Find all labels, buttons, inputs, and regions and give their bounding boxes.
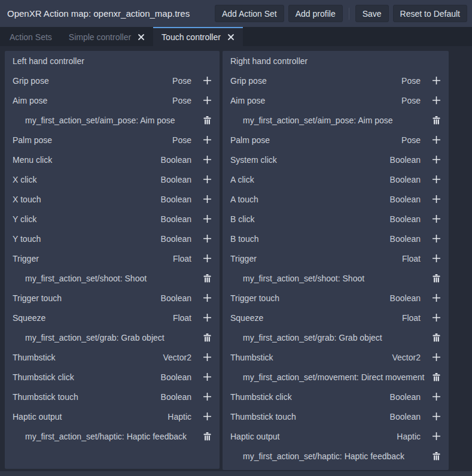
action-row: Haptic output Haptic — [5, 407, 220, 426]
input-path-label: A touch — [230, 195, 390, 204]
input-path-label: Thumbstick click — [13, 372, 161, 382]
action-row: Grip pose Pose — [223, 71, 449, 90]
input-type-label: Boolean — [390, 293, 421, 303]
remove-binding-button[interactable] — [430, 272, 443, 285]
binding-label: my_first_action_set/aim_pose: Aim pose — [13, 116, 200, 125]
add-binding-button[interactable] — [430, 311, 443, 325]
input-path-label: X click — [13, 175, 161, 184]
input-type-label: Haptic — [397, 432, 421, 441]
add-binding-button[interactable] — [430, 252, 443, 265]
binding-row: my_first_action_set/grab: Grab object — [5, 328, 220, 347]
tab-label: Simple controller — [69, 32, 131, 42]
plus-icon — [203, 195, 211, 203]
remove-binding-button[interactable] — [200, 272, 214, 285]
add-binding-button[interactable] — [200, 410, 214, 423]
action-row: Squeeze Float — [223, 308, 449, 328]
action-row: Y click Boolean — [5, 209, 220, 229]
add-binding-button[interactable] — [200, 173, 214, 186]
action-row: B touch Boolean — [223, 229, 449, 248]
plus-icon — [433, 77, 440, 84]
add-binding-button[interactable] — [200, 134, 214, 147]
add-binding-button[interactable] — [200, 390, 214, 404]
input-path-label: Grip pose — [13, 76, 172, 86]
action-row: Thumbstick click Boolean — [5, 367, 220, 387]
add-binding-button[interactable] — [200, 252, 214, 265]
input-path-label: Thumbstick — [13, 353, 163, 362]
close-icon[interactable] — [138, 34, 145, 41]
save-button[interactable]: Save — [355, 5, 389, 22]
add-binding-button[interactable] — [200, 213, 214, 226]
input-type-label: Boolean — [161, 155, 191, 165]
action-row: Aim pose Pose — [223, 90, 449, 110]
plus-icon — [203, 156, 211, 163]
plus-icon — [433, 294, 440, 302]
close-icon[interactable] — [227, 34, 235, 41]
binding-row: my_first_action_set/grab: Grab object — [223, 328, 449, 347]
add-binding-button[interactable] — [430, 173, 443, 186]
input-type-label: Float — [173, 254, 191, 263]
add-binding-button[interactable] — [200, 74, 214, 87]
input-type-label: Boolean — [390, 234, 421, 244]
input-path-label: A click — [230, 175, 390, 184]
input-type-label: Boolean — [161, 234, 191, 244]
input-path-label: Grip pose — [230, 76, 401, 86]
add-binding-button[interactable] — [430, 390, 443, 404]
tab-action-sets[interactable]: Action Sets — [1, 27, 60, 46]
action-row: System click Boolean — [223, 150, 449, 169]
action-row: X click Boolean — [5, 169, 220, 189]
add-binding-button[interactable] — [200, 232, 214, 245]
add-binding-button[interactable] — [200, 311, 214, 325]
remove-binding-button[interactable] — [430, 450, 443, 463]
add-profile-button[interactable]: Add profile — [288, 5, 343, 22]
reset-to-default-button[interactable]: Reset to Default — [393, 5, 467, 22]
plus-icon — [433, 314, 440, 322]
add-binding-button[interactable] — [200, 351, 214, 364]
remove-binding-button[interactable] — [200, 114, 214, 127]
plus-icon — [203, 314, 211, 322]
panel-header: Right hand controller — [223, 51, 449, 71]
input-path-label: Trigger touch — [230, 293, 390, 303]
input-path-label: Aim pose — [230, 96, 401, 105]
plus-icon — [203, 136, 211, 144]
remove-binding-button[interactable] — [430, 114, 443, 127]
add-binding-button[interactable] — [200, 292, 214, 305]
add-binding-button[interactable] — [200, 371, 214, 384]
plus-icon — [433, 136, 440, 144]
add-binding-button[interactable] — [430, 74, 443, 87]
binding-label: my_first_action_set/shoot: Shoot — [230, 274, 430, 283]
add-action-set-button[interactable]: Add Action Set — [215, 5, 284, 22]
add-binding-button[interactable] — [200, 153, 214, 166]
action-row: B click Boolean — [223, 209, 449, 229]
add-binding-button[interactable] — [430, 153, 443, 166]
input-type-label: Boolean — [390, 195, 421, 204]
add-binding-button[interactable] — [430, 292, 443, 305]
remove-binding-button[interactable] — [430, 331, 443, 344]
tab-simple-controller[interactable]: Simple controller — [60, 27, 153, 46]
add-binding-button[interactable] — [430, 232, 443, 245]
binding-label: my_first_action_set/haptic: Haptic feedb… — [13, 432, 200, 441]
add-binding-button[interactable] — [200, 94, 214, 107]
panel-title: Left hand controller — [13, 56, 214, 66]
add-binding-button[interactable] — [430, 193, 443, 206]
plus-icon — [203, 393, 211, 401]
remove-binding-button[interactable] — [200, 430, 214, 443]
input-type-label: Vector2 — [163, 353, 191, 362]
add-binding-button[interactable] — [430, 351, 443, 364]
top-bar: OpenXR Action map: openxr_action_map.tre… — [0, 0, 472, 27]
remove-binding-button[interactable] — [430, 371, 443, 384]
input-type-label: Vector2 — [392, 353, 421, 362]
plus-icon — [433, 235, 440, 242]
add-binding-button[interactable] — [430, 134, 443, 147]
binding-row: my_first_action_set/aim_pose: Aim pose — [5, 110, 220, 130]
trash-icon — [203, 116, 211, 125]
remove-binding-button[interactable] — [200, 331, 214, 344]
panel-header: Left hand controller — [5, 51, 220, 71]
input-path-label: Squeeze — [230, 313, 402, 323]
add-binding-button[interactable] — [430, 410, 443, 423]
add-binding-button[interactable] — [430, 213, 443, 226]
input-path-label: B touch — [230, 234, 390, 244]
tab-touch-controller[interactable]: Touch controller — [153, 27, 243, 46]
add-binding-button[interactable] — [430, 430, 443, 443]
add-binding-button[interactable] — [430, 94, 443, 107]
add-binding-button[interactable] — [200, 193, 214, 206]
